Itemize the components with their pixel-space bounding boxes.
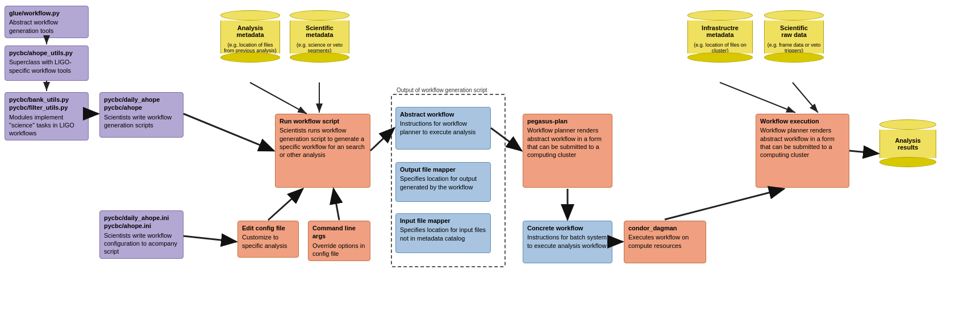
abstract-workflow-title: Abstract workflow [400,110,486,118]
glue-workflow-desc: Abstract workflow generation tools [9,18,84,35]
scientific-metadata-cylinder: Scientificmetadata (e.g. science or veto… [290,10,349,63]
pegasus-plan-desc: Workflow planner renders abstract workfl… [527,126,608,159]
edit-config-desc: Customize to specific analysis [242,233,294,250]
analysis-metadata-subtitle: (e.g. location of files from previous an… [220,42,280,53]
pegasus-plan-box: pegasus-plan Workflow planner renders ab… [523,114,612,188]
pycbc-bank-filter-title: pycbc/bank_utils.pypycbc/filter_utils.py [9,96,84,112]
raw-data-subtitle: (e.g. frame data or veto triggers) [764,42,824,53]
arrow-condor-to-execution [665,189,784,220]
cyl-bottom [764,52,824,63]
command-line-title: Command line args [312,224,366,241]
output-file-mapper-desc: Specifies location for output generated … [400,175,486,191]
cyl-top [764,10,824,20]
pycbc-bank-filter-desc: Modules implement "science" tasks in LIG… [9,113,84,138]
arrow-cmdargs-to-run [333,189,339,220]
abstract-workflow-desc: Instructions for workflow planner to exe… [400,119,486,136]
analysis-results-cylinder: Analysisresults [879,119,936,167]
input-file-mapper-desc: Specifies location for input files not i… [400,226,486,242]
cyl-top [290,10,349,20]
cyl-bottom [220,52,280,63]
cyl-bottom [687,52,753,63]
cyl-top [220,10,280,20]
analysis-metadata-cylinder: Analysismetadata (e.g. location of files… [220,10,280,63]
input-file-mapper-title: Input file mapper [400,217,486,225]
cyl-bottom [290,52,349,63]
cyl-bottom [879,157,936,167]
arrow-daily-to-run [184,114,274,151]
arrow-edit-to-run [268,189,303,220]
pycbc-ahope-utils-box: pycbc/ahope_utils.py Superclass with LIG… [5,45,89,81]
diagram: Output of workflow generation script Ana… [0,0,980,327]
command-line-desc: Override options in config file [312,242,366,258]
pycbc-daily-ahope-box: pycbc/daily_ahopepycbc/ahope Scientists … [99,92,184,138]
edit-config-file-box: Edit config file Customize to specific a… [237,221,299,258]
pycbc-daily-ahope-title: pycbc/daily_ahopepycbc/ahope [104,96,179,112]
workflow-execution-desc: Workflow planner renders abstract workfl… [760,126,845,159]
condor-dagman-title: condor_dagman [628,224,702,232]
concrete-workflow-box: Concrete workflow Instructions for batch… [523,221,612,263]
glue-workflow-box: glue/workflow.py Abstract workflow gener… [5,6,89,38]
dashed-box-label: Output of workflow generation script [395,87,489,93]
infra-metadata-subtitle: (e.g. location of files on cluster) [687,42,753,53]
arrow-infra-to-execution [720,82,795,113]
cyl-body: Analysisresults [879,130,936,158]
pycbc-daily-ahope-ini-desc: Scientists write workflow configuration … [104,231,179,256]
arrow-analysis-meta-to-run [250,82,307,114]
pycbc-daily-ahope-desc: Scientists write workflow generation scr… [104,113,179,130]
pycbc-ahope-utils-title: pycbc/ahope_utils.py [9,49,84,57]
infrastructure-metadata-cylinder: Infrastructremetadata (e.g. location of … [687,10,753,63]
input-file-mapper-box: Input file mapper Specifies location for… [395,213,491,253]
cyl-top [879,119,936,130]
concrete-workflow-desc: Instructions for batch system to execute… [527,233,608,250]
arrow-rawdata-to-execution [793,82,818,113]
scientific-metadata-subtitle: (e.g. science or veto segments) [290,42,349,53]
pycbc-bank-filter-box: pycbc/bank_utils.pypycbc/filter_utils.py… [5,92,89,140]
glue-workflow-title: glue/workflow.py [9,9,84,17]
pycbc-ahope-utils-desc: Superclass with LIGO-specific workflow t… [9,58,84,74]
pegasus-plan-title: pegasus-plan [527,117,608,125]
scientific-raw-data-cylinder: Scientificraw data (e.g. frame data or v… [764,10,824,63]
edit-config-title: Edit config file [242,224,294,232]
condor-dagman-box: condor_dagman Executes workflow on compu… [624,221,706,263]
cyl-body: Analysismetadata [220,20,280,42]
pycbc-daily-ahope-ini-title: pycbc/daily_ahope.inipycbc/ahope.ini [104,214,179,230]
output-file-mapper-box: Output file mapper Specifies location fo… [395,162,491,202]
run-workflow-desc: Scientists runs workflow generation scri… [280,126,366,159]
run-workflow-title: Run workflow script [280,117,366,125]
condor-dagman-desc: Executes workflow on compute resources [628,233,702,250]
arrow-execution-to-results [849,151,878,154]
arrow-ini-to-edit [184,236,236,242]
cyl-body: Scientificmetadata [290,20,349,42]
cyl-body: Scientificraw data [764,20,824,42]
workflow-execution-box: Workflow execution Workflow planner rend… [756,114,849,188]
concrete-workflow-title: Concrete workflow [527,224,608,232]
cyl-top [687,10,753,20]
abstract-workflow-box: Abstract workflow Instructions for workf… [395,107,491,150]
pycbc-daily-ahope-ini-box: pycbc/daily_ahope.inipycbc/ahope.ini Sci… [99,210,184,259]
command-line-args-box: Command line args Override options in co… [308,221,370,261]
run-workflow-script-box: Run workflow script Scientists runs work… [275,114,370,188]
workflow-execution-title: Workflow execution [760,117,845,125]
cyl-body: Infrastructremetadata [687,20,753,42]
output-file-mapper-title: Output file mapper [400,165,486,173]
